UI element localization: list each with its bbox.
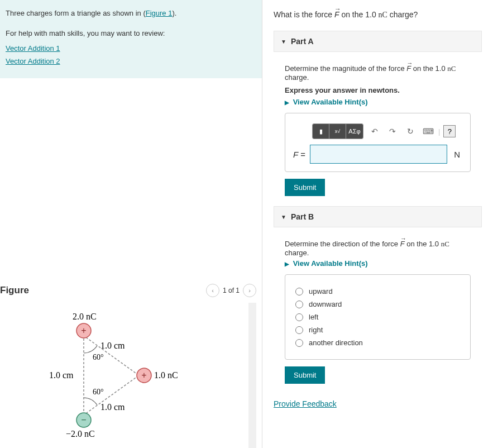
svg-text:1.0 cm: 1.0 cm bbox=[49, 370, 74, 380]
svg-text:−: − bbox=[81, 415, 86, 425]
part-b-submit-button[interactable]: Submit bbox=[285, 366, 325, 384]
part-a-header[interactable]: ▼ Part A bbox=[274, 31, 482, 52]
option-downward[interactable]: downward bbox=[295, 300, 460, 308]
figure-header: Figure ‹ 1 of 1 › bbox=[0, 281, 256, 303]
svg-text:+: + bbox=[141, 370, 146, 380]
caret-right-icon: ▶ bbox=[285, 99, 289, 106]
figure-link[interactable]: Figure 1 bbox=[146, 8, 173, 18]
intro-pre: Three charges form a triangle as shown i… bbox=[6, 9, 146, 17]
part-a-instruction: Determine the magnitude of the force F o… bbox=[285, 64, 471, 82]
radio-another[interactable] bbox=[295, 339, 303, 347]
help-text: For help with math skills, you may want … bbox=[6, 28, 256, 39]
svg-text:−2.0 nC: −2.0 nC bbox=[66, 429, 95, 439]
part-a-answer-box: ▮ x√ ΑΣφ ↶ ↷ ↻ ⌨ | ? F = N bbox=[285, 113, 471, 172]
figure-prev-button[interactable]: ‹ bbox=[206, 284, 219, 297]
figure-nav: ‹ 1 of 1 › bbox=[206, 284, 256, 297]
part-a-submit-button[interactable]: Submit bbox=[285, 179, 325, 196]
info-box: Three charges form a triangle as shown i… bbox=[0, 0, 262, 78]
equation-toolbar: ▮ x√ ΑΣφ ↶ ↷ ↻ ⌨ | ? bbox=[312, 123, 462, 139]
vector-addition-2-link[interactable]: Vector Addition 2 bbox=[6, 57, 60, 65]
svg-text:1.0 nC: 1.0 nC bbox=[154, 370, 178, 380]
caret-down-icon: ▼ bbox=[281, 39, 286, 45]
option-right[interactable]: right bbox=[295, 326, 460, 334]
option-upward[interactable]: upward bbox=[295, 287, 460, 296]
figure-next-button[interactable]: › bbox=[243, 284, 256, 297]
svg-text:60°: 60° bbox=[93, 353, 104, 361]
part-b-header[interactable]: ▼ Part B bbox=[274, 206, 482, 227]
answer-input-row: F = N bbox=[293, 145, 462, 164]
part-b-hints-toggle[interactable]: ▶ View Available Hint(s) bbox=[285, 259, 471, 268]
variable-label: F = bbox=[293, 150, 305, 159]
part-b-options-box: upward downward left right another direc… bbox=[285, 274, 471, 360]
figure-title: Figure bbox=[0, 285, 29, 296]
option-another[interactable]: another direction bbox=[295, 339, 460, 347]
right-pane: What is the force F on the 1.0 nC charge… bbox=[262, 0, 493, 448]
radio-left[interactable] bbox=[295, 313, 303, 321]
part-a-express: Express your answer in newtons. bbox=[285, 86, 471, 94]
part-b-title: Part B bbox=[291, 212, 314, 221]
radio-downward[interactable] bbox=[295, 301, 303, 308]
radio-right[interactable] bbox=[295, 326, 303, 334]
option-left[interactable]: left bbox=[295, 313, 460, 321]
question-text: What is the force F on the 1.0 nC charge… bbox=[274, 10, 482, 20]
template-tool-button[interactable]: ▮ bbox=[313, 124, 329, 139]
help-button[interactable]: ? bbox=[443, 125, 456, 137]
part-b-body: Determine the direction of the force F o… bbox=[274, 227, 482, 394]
keyboard-icon[interactable]: ⌨ bbox=[422, 124, 435, 139]
unit-label: N bbox=[452, 150, 462, 159]
svg-text:60°: 60° bbox=[93, 388, 104, 396]
reset-icon[interactable]: ↻ bbox=[404, 124, 417, 139]
part-a-body: Determine the magnitude of the force F o… bbox=[274, 52, 482, 206]
part-a-title: Part A bbox=[291, 37, 314, 46]
vector-addition-1-link[interactable]: Vector Addition 1 bbox=[6, 44, 60, 53]
force-vector-symbol: F bbox=[334, 10, 339, 19]
fraction-tool-button[interactable]: x√ bbox=[329, 124, 346, 139]
svg-text:1.0 cm: 1.0 cm bbox=[100, 341, 125, 350]
caret-right-icon: ▶ bbox=[285, 261, 289, 267]
svg-text:2.0 nC: 2.0 nC bbox=[73, 312, 97, 321]
intro-text: Three charges form a triangle as shown i… bbox=[6, 8, 256, 23]
part-a-hints-toggle[interactable]: ▶ View Available Hint(s) bbox=[285, 98, 471, 106]
magnitude-input[interactable] bbox=[310, 145, 447, 164]
provide-feedback-link[interactable]: Provide Feedback bbox=[274, 399, 337, 408]
part-b-instruction: Determine the direction of the force F o… bbox=[285, 240, 471, 257]
caret-down-icon: ▼ bbox=[281, 214, 286, 220]
redo-icon[interactable]: ↷ bbox=[386, 124, 399, 139]
figure-page-label: 1 of 1 bbox=[223, 287, 240, 294]
intro-post: ). bbox=[172, 9, 176, 17]
greek-tool-button[interactable]: ΑΣφ bbox=[346, 124, 363, 139]
left-pane: Three charges form a triangle as shown i… bbox=[0, 0, 262, 448]
figure-canvas: + + − 2.0 nC 1.0 nC −2.0 nC 1.0 cm 1.0 c… bbox=[0, 303, 256, 448]
undo-icon[interactable]: ↶ bbox=[368, 124, 381, 139]
triangle-diagram: + + − 2.0 nC 1.0 nC −2.0 nC 1.0 cm 1.0 c… bbox=[0, 303, 246, 448]
radio-upward[interactable] bbox=[295, 288, 303, 296]
svg-text:+: + bbox=[81, 326, 86, 335]
figure-section: Figure ‹ 1 of 1 › + bbox=[0, 281, 256, 448]
svg-text:1.0 cm: 1.0 cm bbox=[100, 402, 125, 412]
